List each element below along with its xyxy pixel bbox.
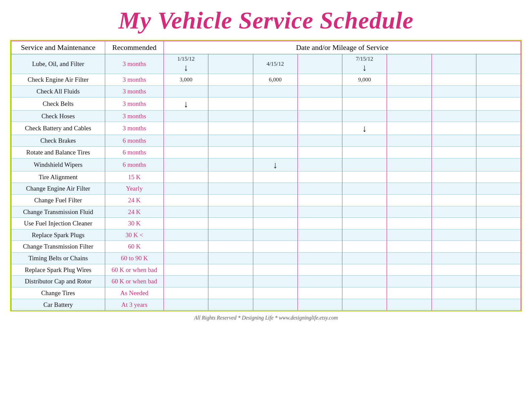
cell-date-7 bbox=[431, 194, 476, 206]
cell-service: Windshield Wipers bbox=[11, 158, 105, 171]
cell-date-1 bbox=[164, 171, 208, 183]
cell-date-8 bbox=[476, 241, 521, 253]
cell-recommended: 30 K < bbox=[105, 229, 164, 241]
cell-date-5 bbox=[342, 135, 387, 147]
cell-date-6 bbox=[387, 110, 431, 122]
cell-date-3 bbox=[253, 229, 297, 241]
cell-date-5 bbox=[342, 183, 387, 195]
cell-date-8 bbox=[476, 146, 521, 158]
cell-recommended: 3 months bbox=[105, 74, 164, 86]
cell-date-3 bbox=[253, 299, 297, 311]
cell-date-3 bbox=[253, 86, 297, 97]
cell-date-7 bbox=[431, 110, 476, 122]
cell-date-1 bbox=[164, 229, 208, 241]
cell-date-3 bbox=[253, 122, 297, 135]
cell-date-3: 4/15/12 bbox=[253, 54, 297, 74]
cell-date-4 bbox=[297, 97, 342, 110]
cell-date-7 bbox=[431, 299, 476, 311]
table-wrapper: Service and Maintenance Recommended Date… bbox=[10, 40, 522, 312]
cell-date-4 bbox=[297, 253, 342, 264]
cell-date-3 bbox=[253, 97, 297, 110]
cell-recommended: 6 months bbox=[105, 158, 164, 171]
table-row: Distributor Cap and Rotor60 K or when ba… bbox=[11, 276, 521, 287]
cell-date-1 bbox=[164, 218, 208, 229]
cell-date-8 bbox=[476, 194, 521, 206]
cell-date-5 bbox=[342, 86, 387, 97]
cell-date-1 bbox=[164, 241, 208, 253]
cell-date-3 bbox=[253, 241, 297, 253]
cell-date-2 bbox=[208, 264, 253, 276]
table-row: Replace Spark Plugs30 K < bbox=[11, 229, 521, 241]
cell-service: Check Battery and Cables bbox=[11, 122, 105, 135]
cell-date-7 bbox=[431, 264, 476, 276]
cell-date-6 bbox=[387, 206, 431, 218]
table-body: Lube, Oil, and Filter3 months1/15/12↓4/1… bbox=[11, 54, 521, 311]
table-row: Rotate and Balance Tires6 months bbox=[11, 146, 521, 158]
table-container: Service and Maintenance Recommended Date… bbox=[10, 40, 522, 312]
cell-date-3 bbox=[253, 146, 297, 158]
cell-date-2 bbox=[208, 97, 253, 110]
cell-date-2 bbox=[208, 276, 253, 287]
cell-date-6 bbox=[387, 287, 431, 299]
cell-recommended: 3 months bbox=[105, 86, 164, 97]
cell-date-4 bbox=[297, 299, 342, 311]
cell-date-8 bbox=[476, 253, 521, 264]
cell-date-5 bbox=[342, 264, 387, 276]
cell-service: Change Tires bbox=[11, 287, 105, 299]
cell-service: Change Fuel Filter bbox=[11, 194, 105, 206]
cell-recommended: 3 months bbox=[105, 110, 164, 122]
cell-date-6 bbox=[387, 74, 431, 86]
cell-date-5 bbox=[342, 287, 387, 299]
table-row: Change Fuel Filter24 K bbox=[11, 194, 521, 206]
cell-date-4 bbox=[297, 86, 342, 97]
cell-date-3 bbox=[253, 171, 297, 183]
footer-text: All Rights Reserved * Designing Life * w… bbox=[194, 315, 338, 321]
cell-date-6 bbox=[387, 218, 431, 229]
cell-date-4 bbox=[297, 287, 342, 299]
table-header-row: Service and Maintenance Recommended Date… bbox=[11, 41, 521, 54]
cell-date-4 bbox=[297, 218, 342, 229]
cell-service: Rotate and Balance Tires bbox=[11, 146, 105, 158]
cell-date-7 bbox=[431, 171, 476, 183]
page-title: My Vehicle Service Schedule bbox=[119, 7, 414, 35]
cell-date-8 bbox=[476, 122, 521, 135]
cell-date-7 bbox=[431, 229, 476, 241]
cell-date-7 bbox=[431, 158, 476, 171]
cell-date-7 bbox=[431, 122, 476, 135]
table-row: Change Engine Air FilterYearly bbox=[11, 183, 521, 195]
cell-recommended: At 3 years bbox=[105, 299, 164, 311]
cell-date-1 bbox=[164, 135, 208, 147]
cell-date-5 bbox=[342, 253, 387, 264]
cell-service: Check Engine Air Filter bbox=[11, 74, 105, 86]
cell-service: Tire Alignment bbox=[11, 171, 105, 183]
cell-date-5 bbox=[342, 110, 387, 122]
cell-date-5 bbox=[342, 299, 387, 311]
cell-date-4 bbox=[297, 183, 342, 195]
cell-date-8 bbox=[476, 97, 521, 110]
cell-date-2 bbox=[208, 183, 253, 195]
cell-date-6 bbox=[387, 54, 431, 74]
cell-date-2 bbox=[208, 299, 253, 311]
table-row: Lube, Oil, and Filter3 months1/15/12↓4/1… bbox=[11, 54, 521, 74]
cell-date-8 bbox=[476, 229, 521, 241]
cell-date-4 bbox=[297, 241, 342, 253]
cell-date-6 bbox=[387, 229, 431, 241]
cell-date-5 bbox=[342, 218, 387, 229]
cell-date-7 bbox=[431, 86, 476, 97]
cell-date-3 bbox=[253, 276, 297, 287]
cell-date-1: ↓ bbox=[164, 97, 208, 110]
cell-date-6 bbox=[387, 146, 431, 158]
cell-date-6 bbox=[387, 86, 431, 97]
cell-service: Car Battery bbox=[11, 299, 105, 311]
cell-date-5 bbox=[342, 241, 387, 253]
cell-date-7 bbox=[431, 276, 476, 287]
cell-date-5 bbox=[342, 229, 387, 241]
header-recommended: Recommended bbox=[105, 41, 164, 54]
cell-date-8 bbox=[476, 158, 521, 171]
cell-date-4 bbox=[297, 171, 342, 183]
cell-recommended: 60 K or when bad bbox=[105, 276, 164, 287]
cell-date-7 bbox=[431, 241, 476, 253]
cell-date-4 bbox=[297, 54, 342, 74]
cell-date-5 bbox=[342, 97, 387, 110]
cell-recommended: 60 to 90 K bbox=[105, 253, 164, 264]
